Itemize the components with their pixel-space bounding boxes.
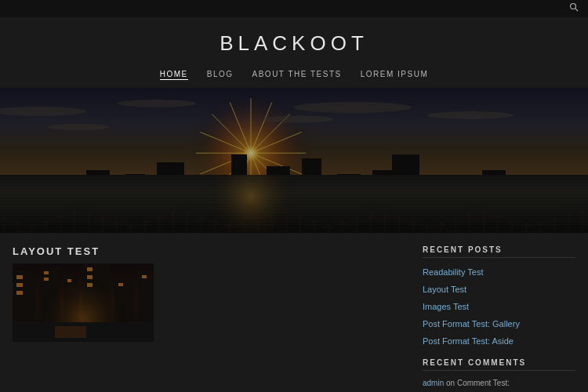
nav-item-blog[interactable]: BLOG — [207, 70, 234, 80]
recent-post-link[interactable]: Post Format Test: Gallery — [423, 319, 520, 328]
recent-comments-heading: RECENT COMMENTS — [423, 358, 575, 371]
recent-post-link[interactable]: Readability Test — [423, 267, 483, 277]
list-item: Readability Test — [423, 264, 575, 278]
site-title: BLACKOOT — [0, 31, 588, 56]
post-title: LAYOUT TEST — [13, 245, 407, 257]
list-item: Layout Test — [423, 281, 575, 296]
sidebar: RECENT POSTS Readability Test Layout Tes… — [423, 245, 575, 392]
comment-entry: admin on Comment Test: — [423, 377, 575, 389]
nav-item-lorem[interactable]: LOREM IPSUM — [361, 70, 429, 80]
comment-author: admin — [423, 379, 444, 387]
top-bar — [0, 0, 588, 17]
recent-posts-heading: RECENT POSTS — [423, 245, 575, 258]
list-item: Images Test — [423, 299, 575, 313]
recent-post-link[interactable]: Post Format Test: Aside — [423, 336, 514, 346]
search-icon[interactable] — [569, 2, 579, 15]
recent-posts-list: Readability Test Layout Test Images Test… — [423, 264, 575, 347]
recent-comments-section: RECENT COMMENTS admin on Comment Test: — [423, 358, 575, 389]
list-item: Post Format Test: Gallery — [423, 316, 575, 330]
recent-posts-section: RECENT POSTS Readability Test Layout Tes… — [423, 245, 575, 347]
nav-item-home[interactable]: HOME — [160, 70, 188, 80]
hero-image — [0, 88, 588, 233]
content-area: LAYOUT TEST RECENT POSTS Readability Tes… — [0, 233, 588, 392]
site-header: BLACKOOT — [0, 17, 588, 64]
main-column: LAYOUT TEST — [13, 245, 423, 392]
main-nav: HOME BLOG ABOUT THE TESTS LOREM IPSUM — [0, 64, 588, 88]
svg-line-1 — [575, 9, 578, 11]
post-thumbnail — [13, 263, 154, 342]
comment-text: on Comment Test: — [444, 379, 510, 387]
nav-item-about[interactable]: ABOUT THE TESTS — [252, 70, 342, 80]
svg-point-0 — [571, 4, 576, 9]
recent-post-link[interactable]: Layout Test — [423, 285, 466, 294]
list-item: Post Format Test: Aside — [423, 333, 575, 347]
recent-post-link[interactable]: Images Test — [423, 302, 469, 311]
